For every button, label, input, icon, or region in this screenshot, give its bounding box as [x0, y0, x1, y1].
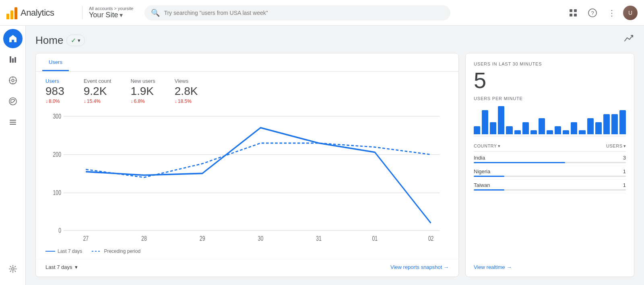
date-range-selector[interactable]: Last 7 days ▾ [45, 264, 78, 270]
rt-bar-item [619, 110, 626, 134]
avatar-image: U [623, 6, 638, 20]
realtime-table-header: COUNTRY ▾ USERS ▾ [474, 141, 626, 152]
svg-text:28: 28 [141, 235, 147, 242]
legend-preceding-period: Preceding period [92, 248, 140, 254]
more-options-button[interactable]: ⋮ [604, 5, 620, 21]
arrow-down-icon-3: ↓ [130, 98, 133, 104]
svg-rect-7 [12, 58, 14, 63]
realtime-count: 5 [474, 68, 626, 93]
avatar[interactable]: U [623, 6, 638, 20]
svg-rect-1 [574, 9, 577, 12]
rt-bar-item [539, 118, 545, 134]
top-navigation: Analytics All accounts > yoursite Your S… [0, 0, 644, 26]
metric-new-users-value: 1.9K [130, 85, 155, 98]
svg-rect-16 [10, 120, 16, 121]
view-reports-link[interactable]: View reports snapshot → [390, 264, 449, 270]
help-button[interactable]: ? [584, 5, 601, 21]
metric-event-count[interactable]: Event count 9.2K ↓ 15.4% [84, 78, 111, 104]
metric-new-users[interactable]: New users 1.9K ↓ 6.8% [130, 78, 155, 104]
trending-compare-icon [624, 34, 634, 44]
country-name: Taiwan [474, 182, 490, 188]
advertising-icon [8, 97, 17, 106]
view-realtime-link[interactable]: View realtime → [474, 264, 626, 270]
search-bar[interactable]: 🔍 [144, 5, 450, 21]
search-input[interactable] [164, 10, 444, 16]
line-chart: 300 200 100 0 27 Jan 28 29 30 31 01 Feb … [45, 111, 449, 242]
metric-new-users-change: ↓ 6.8% [130, 98, 155, 104]
legend-last-7-days-label: Last 7 days [58, 248, 82, 254]
sidebar-item-home[interactable] [3, 29, 23, 48]
nav-right-actions: ? ⋮ U [565, 5, 638, 21]
realtime-card: USERS IN LAST 30 MINUTES 5 USERS PER MIN… [465, 53, 634, 277]
sidebar-item-settings[interactable] [3, 259, 23, 279]
logo-bar-3 [14, 7, 17, 19]
svg-rect-8 [14, 57, 16, 63]
metric-new-users-label: New users [130, 78, 155, 84]
country-sort-icon: ▾ [498, 144, 501, 149]
site-name-dropdown[interactable]: Your Site ▾ [89, 11, 133, 19]
rt-bar-item [514, 130, 521, 134]
status-badge[interactable]: ✓ ▾ [66, 35, 85, 46]
metric-users[interactable]: Users 983 ↓ 8.0% [45, 78, 64, 104]
country-users-count: 3 [623, 155, 626, 161]
app-name: Analytics [21, 8, 54, 18]
settings-icon [8, 264, 17, 273]
svg-text:30: 30 [258, 235, 264, 242]
realtime-card-footer: View realtime → [474, 259, 626, 277]
page-title-row: Home ✓ ▾ [35, 34, 85, 47]
metric-views-value: 2.8K [175, 85, 198, 98]
solid-line [86, 128, 431, 223]
analytics-logo-icon [6, 6, 17, 19]
rt-bar-item [587, 118, 594, 134]
rt-bar-item [490, 122, 496, 134]
metric-event-value: 9.2K [84, 85, 111, 98]
chevron-down-icon: ▾ [120, 11, 123, 19]
grid-icon [569, 9, 577, 17]
metric-views-label: Views [175, 78, 198, 84]
site-name: Your Site [89, 11, 118, 19]
metric-users-change: ↓ 8.0% [45, 98, 64, 104]
rt-bar-item [522, 122, 529, 134]
arrow-down-icon-2: ↓ [84, 98, 86, 104]
metric-views[interactable]: Views 2.8K ↓ 18.5% [175, 78, 198, 104]
sidebar-item-explore[interactable] [3, 71, 23, 90]
search-icon: 🔍 [151, 8, 160, 17]
country-users-count: 1 [623, 182, 626, 188]
compare-icon[interactable] [624, 34, 634, 47]
country-column-header[interactable]: COUNTRY ▾ [474, 144, 500, 149]
page-header: Home ✓ ▾ [35, 34, 634, 47]
metrics-row: Users 983 ↓ 8.0% Event count 9.2K ↓ 15.4… [36, 72, 458, 111]
svg-rect-18 [10, 124, 16, 125]
rt-bar-item [603, 114, 610, 134]
svg-point-10 [12, 79, 14, 82]
cards-row: Users Users 983 ↓ 8.0% Event count 9.2K [35, 53, 634, 277]
site-selector[interactable]: All accounts > yoursite Your Site ▾ [82, 6, 133, 19]
svg-text:?: ? [591, 10, 594, 16]
metric-views-change: ↓ 18.5% [175, 98, 198, 104]
sidebar-nav-items [3, 29, 23, 132]
arrow-down-icon: ↓ [45, 98, 48, 104]
date-range-chevron: ▾ [75, 264, 78, 270]
svg-text:300: 300 [53, 113, 62, 120]
explore-icon [8, 76, 17, 85]
help-icon: ? [588, 8, 597, 17]
status-check-icon: ✓ [71, 37, 76, 44]
tab-users[interactable]: Users [42, 53, 69, 71]
realtime-bar-chart [474, 104, 626, 136]
metric-views-change-value: 18.5% [178, 98, 192, 104]
country-name: India [474, 155, 485, 161]
rt-bar-item [474, 126, 480, 134]
sidebar-item-advertising[interactable] [3, 92, 23, 111]
svg-text:0: 0 [58, 227, 61, 234]
realtime-bar-label: USERS PER MINUTE [474, 96, 626, 101]
svg-rect-2 [570, 14, 572, 16]
sidebar-item-configure[interactable] [3, 113, 23, 132]
sidebar-item-reports[interactable] [3, 50, 23, 69]
users-column-header[interactable]: USERS ▾ [606, 144, 626, 149]
svg-rect-6 [10, 56, 11, 63]
rt-bar-item [579, 130, 585, 134]
grid-menu-button[interactable] [565, 5, 581, 21]
main-layout: Home ✓ ▾ Users [0, 26, 644, 285]
svg-text:02: 02 [428, 235, 434, 242]
legend-preceding-label: Preceding period [104, 248, 140, 254]
